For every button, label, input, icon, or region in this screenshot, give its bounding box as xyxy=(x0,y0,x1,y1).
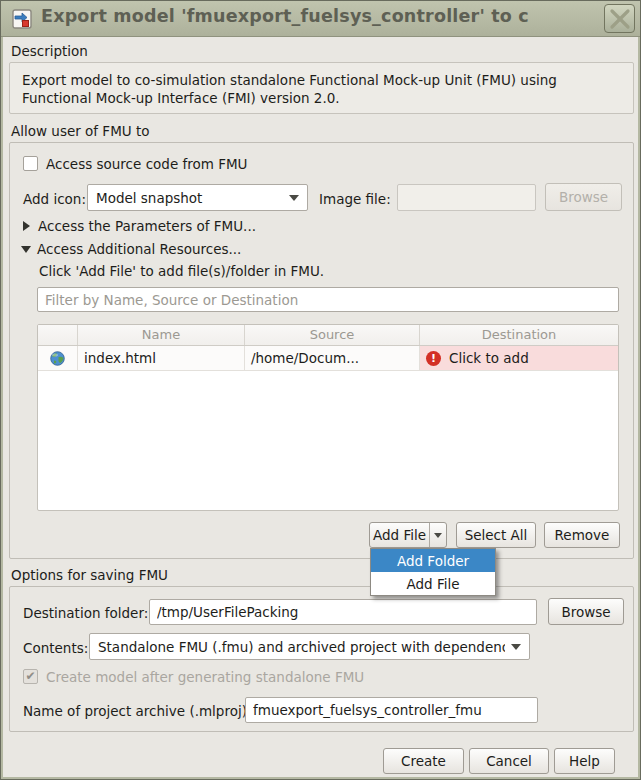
row-name: index.html xyxy=(78,346,245,370)
export-fmu-dialog: Export model 'fmuexport_fuelsys_controll… xyxy=(0,0,641,780)
titlebar[interactable]: Export model 'fmuexport_fuelsys_controll… xyxy=(1,1,640,37)
project-archive-input[interactable] xyxy=(245,697,538,723)
add-icon-select[interactable]: Model snapshot xyxy=(87,184,308,211)
add-file-hint: Click 'Add File' to add file(s)/folder i… xyxy=(39,263,324,279)
description-label: Description xyxy=(11,43,88,59)
menu-item-add-folder[interactable]: Add Folder xyxy=(371,549,495,572)
destination-browse-button[interactable]: Browse xyxy=(548,598,624,625)
menu-item-add-file[interactable]: Add File xyxy=(371,572,495,595)
resources-expander[interactable]: Access Additional Resources... xyxy=(21,241,241,257)
create-button[interactable]: Create xyxy=(383,748,464,774)
add-icon-label: Add icon: xyxy=(23,191,86,207)
add-file-dropdown-toggle[interactable] xyxy=(429,523,446,547)
add-file-split-button[interactable]: Add File xyxy=(369,522,447,548)
window-frame-bottom xyxy=(1,777,640,779)
column-header-destination[interactable]: Destination xyxy=(420,325,618,345)
expander-expanded-icon xyxy=(21,246,31,253)
destination-folder-input[interactable] xyxy=(149,599,537,625)
table-header: Name Source Destination xyxy=(38,325,618,346)
error-icon: ! xyxy=(426,351,441,366)
window-title: Export model 'fmuexport_fuelsys_controll… xyxy=(41,6,598,26)
table-row[interactable]: index.html /home/Docum... ! Click to add xyxy=(38,346,618,371)
chevron-down-icon xyxy=(289,195,299,201)
column-header-icon[interactable] xyxy=(38,325,78,345)
cancel-button[interactable]: Cancel xyxy=(469,748,549,774)
row-destination[interactable]: ! Click to add xyxy=(420,346,618,370)
window-frame-right xyxy=(638,37,640,779)
column-header-source[interactable]: Source xyxy=(245,325,420,345)
expander-collapsed-icon xyxy=(23,221,30,231)
remove-button[interactable]: Remove xyxy=(544,522,620,548)
image-browse-button[interactable]: Browse xyxy=(545,183,622,211)
row-destination-text: Click to add xyxy=(449,350,529,366)
chevron-down-icon xyxy=(511,644,521,650)
create-model-label: Create model after generating standalone… xyxy=(46,669,364,685)
access-source-label: Access source code from FMU xyxy=(46,156,247,172)
access-source-checkbox[interactable] xyxy=(23,156,38,171)
resource-table: Name Source Destination index.html /home… xyxy=(37,324,619,511)
contents-selected-value: Standalone FMU (.fmu) and archived proje… xyxy=(98,639,505,655)
row-source: /home/Docum... xyxy=(245,346,420,370)
chevron-down-icon xyxy=(434,533,442,538)
destination-folder-label: Destination folder: xyxy=(23,605,148,621)
parameters-expander[interactable]: Access the Parameters of FMU... xyxy=(23,218,256,234)
description-text: Export model to co-simulation standalone… xyxy=(9,62,634,114)
close-icon xyxy=(609,8,631,30)
allow-section-label: Allow user of FMU to xyxy=(11,123,150,139)
add-file-button-label: Add File xyxy=(370,523,429,547)
add-icon-selected-value: Model snapshot xyxy=(96,190,283,206)
options-section-label: Options for saving FMU xyxy=(11,567,168,583)
filter-input[interactable] xyxy=(37,287,619,312)
image-file-input[interactable] xyxy=(397,184,536,211)
help-button[interactable]: Help xyxy=(554,748,615,774)
project-archive-label: Name of project archive (.mlproj): xyxy=(23,703,252,719)
parameters-expander-label: Access the Parameters of FMU... xyxy=(38,218,256,234)
column-header-name[interactable]: Name xyxy=(78,325,245,345)
window-frame-left xyxy=(1,37,3,779)
add-file-menu: Add Folder Add File xyxy=(370,548,496,596)
globe-icon xyxy=(50,351,65,366)
contents-select[interactable]: Standalone FMU (.fmu) and archived proje… xyxy=(89,633,530,660)
select-all-button[interactable]: Select All xyxy=(456,522,536,548)
export-fmu-icon xyxy=(12,9,32,29)
close-button[interactable] xyxy=(604,4,635,33)
create-model-checkbox[interactable]: ✔ xyxy=(23,669,38,684)
image-file-label: Image file: xyxy=(319,191,391,207)
contents-label: Contents: xyxy=(23,640,88,656)
resources-expander-label: Access Additional Resources... xyxy=(37,241,241,257)
